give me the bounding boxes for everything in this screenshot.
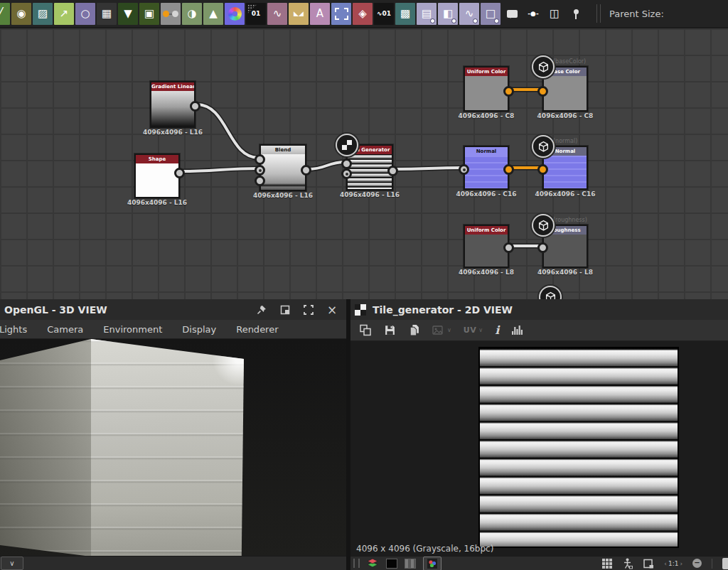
shape-splatter-icon[interactable]: ▣ (139, 3, 159, 25)
cube-front-face (91, 339, 244, 556)
save-image-icon[interactable] (384, 324, 396, 336)
frame-icon[interactable]: ◫ (545, 3, 564, 25)
bottom-panels: OpenGL - 3D VIEW × LightsCameraEnvironme… (0, 299, 728, 570)
2d-viewport[interactable]: 4096 x 4096 (Grayscale, 16bpc) (350, 341, 728, 556)
grayscale-conversion-icon[interactable]: 01 (246, 3, 266, 25)
mannequin-scale-icon[interactable] (622, 558, 633, 569)
menu-renderer[interactable]: Renderer (226, 324, 288, 335)
menu-camera[interactable]: Camera (37, 324, 93, 335)
blend-icon[interactable] (161, 3, 181, 25)
node-shape[interactable]: Shape4096x4096 - L16 (134, 154, 180, 198)
output-port[interactable] (503, 242, 514, 253)
partial-swatch[interactable] (722, 558, 728, 569)
curve-input-icon[interactable]: ∿ (459, 3, 479, 25)
node-thumbnail (465, 156, 508, 188)
input-port[interactable] (341, 158, 352, 169)
input-port[interactable] (537, 86, 548, 97)
2d-view-badge-icon[interactable] (336, 134, 358, 156)
node-output-normal[interactable]: Normal4096x4096 - C16(normal) (542, 146, 588, 190)
layers-compare-icon[interactable] (367, 558, 379, 569)
expand-options-button[interactable]: ∨ (1, 556, 23, 570)
node-normal[interactable]: Normal4096x4096 - C16 (464, 146, 509, 190)
fill-icon[interactable]: ◈ (353, 3, 373, 25)
transformation-2d-icon[interactable]: ╱ (0, 3, 10, 25)
node-gradient-linear-1[interactable]: Gradient Linear 14096x4096 - L16 (150, 81, 196, 128)
histogram-icon[interactable] (511, 325, 524, 335)
background-black-swatch[interactable] (386, 559, 397, 569)
input-port[interactable] (341, 168, 352, 179)
tile-sampler-icon[interactable]: ▦ (97, 3, 117, 25)
new-2d-view-icon[interactable] (359, 324, 372, 336)
node-size-label: 4096x4096 - C16 (444, 190, 529, 198)
float-panel-icon[interactable] (279, 304, 291, 316)
directional-warp-icon[interactable]: ▨ (33, 3, 53, 25)
gradient-input-icon[interactable]: ◧ (438, 3, 458, 25)
node-uniform-color-1[interactable]: Uniform Color4096x4096 - C8 (464, 66, 509, 112)
dot-node-icon[interactable]: -●- (523, 3, 543, 25)
node-graph-canvas[interactable]: Gradient Linear 14096x4096 - L16Shape409… (0, 28, 728, 299)
output-port[interactable] (503, 86, 514, 97)
copy-image-icon[interactable] (408, 324, 420, 336)
2d-view-header[interactable]: Tile_generator - 2D VIEW (350, 299, 728, 320)
input-port[interactable] (459, 164, 469, 175)
menu-environment[interactable]: Environment (93, 324, 172, 335)
transform-selection-icon[interactable] (331, 3, 351, 25)
output-port[interactable] (503, 164, 514, 175)
menu-display[interactable]: Display (172, 324, 226, 335)
cube-left-face (0, 339, 91, 556)
pin-item-icon[interactable] (566, 3, 586, 25)
bitmap-input-icon[interactable]: ▤ (417, 3, 437, 25)
output-3d-badge-icon[interactable] (532, 214, 555, 237)
node-title: Normal (465, 147, 508, 156)
curve-icon[interactable]: ∿ (267, 3, 287, 25)
output-3d-badge-icon[interactable] (532, 135, 555, 158)
empty-input-icon[interactable]: □ (481, 3, 500, 25)
menu-lights[interactable]: Lights (0, 324, 37, 335)
input-port[interactable] (255, 176, 265, 186)
toolbar-separator (596, 4, 601, 23)
node-tile-generator[interactable]: Tile Generator4096x4096 - L16 (346, 144, 393, 190)
node-title: Gradient Linear 1 (151, 82, 194, 91)
background-pattern-swatch[interactable] (405, 559, 416, 569)
pin-panel-icon[interactable] (256, 304, 267, 316)
levels-icon[interactable]: ◑ (182, 3, 202, 25)
output-port[interactable] (301, 165, 311, 176)
node-blend[interactable]: Blend4096x4096 - L16 (259, 144, 306, 191)
close-panel-icon[interactable]: × (326, 304, 338, 316)
2d-view-toolbar: ∨ UV ∨ i (350, 320, 728, 341)
input-port[interactable] (537, 164, 548, 175)
auto-levels-icon[interactable]: ∿01 (374, 3, 394, 25)
node-uniform-color-2[interactable]: Uniform Color4096x4096 - L8 (464, 225, 509, 268)
comment-icon[interactable] (502, 3, 522, 25)
input-port[interactable] (255, 165, 265, 176)
distance-icon[interactable]: ↗ (54, 3, 74, 25)
input-port[interactable] (255, 154, 265, 165)
hsl-icon[interactable] (225, 3, 245, 25)
symmetry-icon[interactable]: ◣◢ (289, 3, 309, 25)
node-output-roughness[interactable]: Roughness4096x4096 - L8(roughness) (542, 225, 588, 268)
3d-view-header[interactable]: OpenGL - 3D VIEW × (0, 299, 346, 320)
blur-icon[interactable]: ◉ (11, 3, 31, 25)
output-3d-badge-icon[interactable] (532, 55, 555, 78)
flood-fill-icon[interactable]: ▼ (118, 3, 138, 25)
node-thumbnail (261, 154, 305, 190)
text-icon[interactable]: A (310, 3, 330, 25)
3d-viewport[interactable] (0, 339, 346, 556)
zoom-1-1-button[interactable]: 1:1 (664, 560, 682, 567)
image-info-icon[interactable]: i (495, 323, 499, 337)
shape-icon[interactable]: ○ (75, 3, 95, 25)
make-it-tile-icon[interactable]: ▩ (395, 3, 415, 25)
input-port[interactable] (537, 242, 548, 253)
maximize-panel-icon[interactable] (303, 304, 314, 316)
toolbar-grip[interactable] (353, 559, 360, 568)
output-port[interactable] (387, 166, 398, 176)
zoom-out-icon[interactable]: − (692, 559, 702, 568)
histogram-range-icon[interactable]: ▲ (203, 3, 223, 25)
grid-toggle-icon[interactable] (602, 559, 612, 569)
output-port[interactable] (190, 101, 200, 112)
fit-view-icon[interactable] (643, 558, 654, 569)
channels-rgba-button[interactable] (423, 556, 441, 570)
output-usage-label: (normal) (553, 138, 577, 144)
output-port[interactable] (174, 168, 185, 178)
node-output-basecolor[interactable]: Base Color4096x4096 - C8(baseColor) (542, 66, 588, 112)
